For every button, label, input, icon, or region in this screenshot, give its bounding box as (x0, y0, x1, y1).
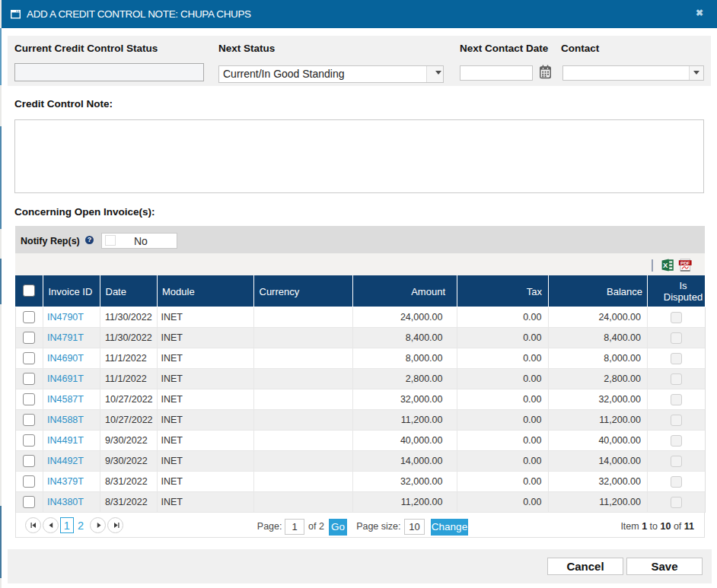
svg-text:PDF: PDF (680, 260, 690, 265)
svg-text:X: X (663, 261, 668, 269)
